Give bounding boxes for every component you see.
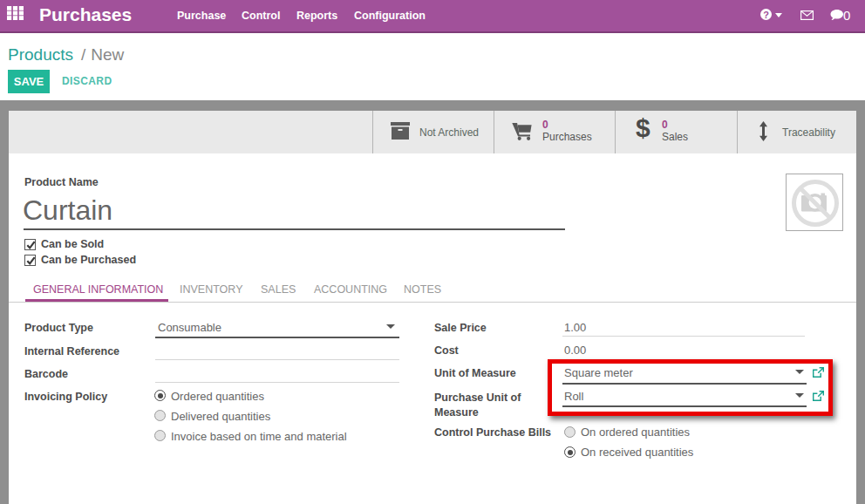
svg-text:?: ? <box>763 10 769 20</box>
